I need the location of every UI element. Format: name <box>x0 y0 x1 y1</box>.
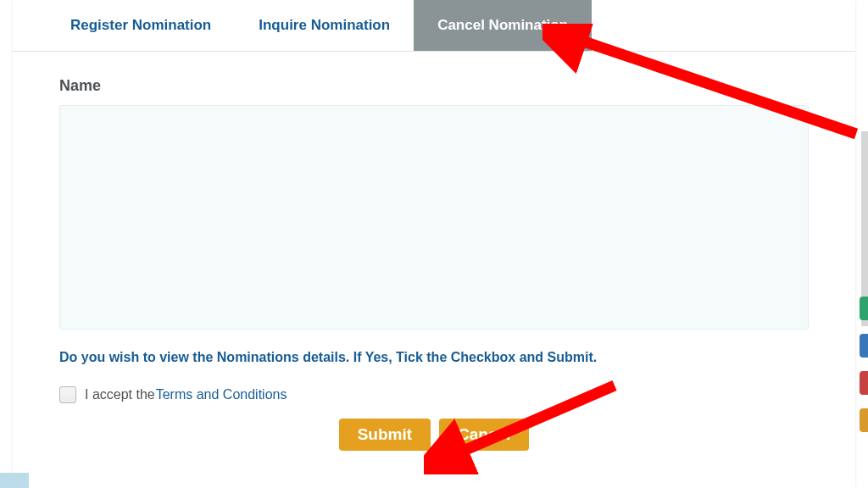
bottom-left-stub <box>0 473 29 488</box>
side-widget-orange[interactable] <box>860 408 868 432</box>
main-panel: Register Nomination Inquire Nomination C… <box>13 0 855 488</box>
terms-and-conditions-link[interactable]: Terms and Conditions <box>156 387 287 402</box>
form-content: Name Do you wish to view the Nominations… <box>13 52 855 451</box>
side-widget-green[interactable] <box>860 297 868 320</box>
tab-bar: Register Nomination Inquire Nomination C… <box>13 0 855 52</box>
accept-text: I accept the <box>85 387 155 402</box>
name-textarea[interactable] <box>59 105 809 330</box>
tab-register-nomination[interactable]: Register Nomination <box>47 0 235 51</box>
tab-inquire-nomination[interactable]: Inquire Nomination <box>235 0 414 51</box>
terms-row: I accept the Terms and Conditions <box>59 386 809 403</box>
instruction-text: Do you wish to view the Nominations deta… <box>59 350 809 365</box>
terms-checkbox[interactable] <box>59 386 76 403</box>
cancel-button[interactable]: Cancel <box>439 419 529 451</box>
submit-button[interactable]: Submit <box>339 419 431 451</box>
side-widget-blue[interactable] <box>860 334 868 358</box>
button-row: Submit Cancel <box>59 419 809 451</box>
name-label: Name <box>59 77 809 95</box>
side-widget-red[interactable] <box>860 371 868 395</box>
tab-cancel-nomination[interactable]: Cancel Nomination <box>414 0 592 51</box>
